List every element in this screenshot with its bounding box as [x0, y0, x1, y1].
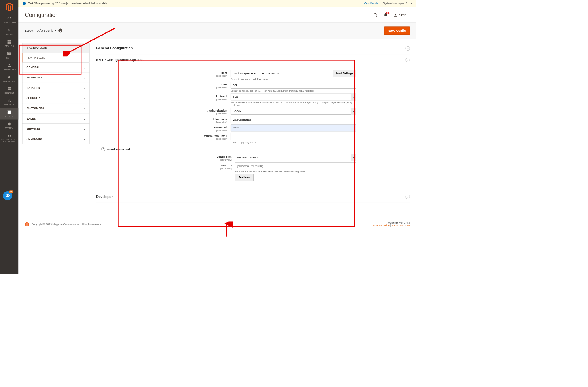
config-nav-security[interactable]: SECURITY⌄: [23, 93, 89, 103]
reports-icon: [7, 98, 12, 103]
nav-system[interactable]: SYSTEM: [0, 120, 18, 131]
nav-label: DASHBOARD: [3, 22, 16, 24]
scope-label: Scope:: [25, 29, 33, 32]
system-messages-label: System Messages: 6: [383, 2, 407, 5]
nav-marketing[interactable]: MARKETING: [0, 73, 18, 84]
chevron-down-icon[interactable]: ▼: [410, 2, 412, 5]
stores-icon: [7, 110, 12, 115]
chevron-down-icon: ⌄: [83, 117, 86, 120]
nav-label: CONTENT: [4, 92, 14, 94]
chevron-down-icon: ⌄: [83, 107, 86, 110]
notifications-button[interactable]: 1: [383, 13, 388, 17]
system-message-bar: i Task "Rule processing: 2": 1 item(s) h…: [18, 0, 417, 7]
partners-icon: [7, 133, 12, 138]
annotation-highlight-form: [118, 60, 355, 227]
section-general-config[interactable]: General Configuration ⌄: [96, 43, 410, 55]
graduation-icon: [5, 193, 10, 198]
customers-icon: [7, 63, 12, 68]
privacy-link[interactable]: Privacy Policy: [373, 224, 390, 227]
config-nav-services[interactable]: SERVICES⌄: [23, 124, 89, 134]
nav-label: CATALOG: [5, 45, 14, 47]
chevron-down-icon: ▼: [408, 14, 410, 16]
dollar-icon: $: [7, 28, 12, 33]
chevron-down-icon: ⌄: [83, 97, 86, 100]
nav-label: REPORTS: [4, 104, 14, 106]
collapse-icon: ⌄: [406, 58, 410, 62]
message-text: Task "Rule processing: 2": 1 item(s) hav…: [28, 2, 108, 5]
config-nav-catalog[interactable]: CATALOG⌄: [23, 83, 89, 93]
chevron-down-icon: ▼: [55, 29, 56, 32]
nav-stores[interactable]: STORES: [0, 108, 18, 119]
nav-label: FIND PARTNERS & EXTENSIONS: [0, 139, 18, 142]
page-header: Configuration 1 admin ▼: [18, 7, 417, 22]
config-nav-customers[interactable]: CUSTOMERS⌄: [23, 103, 89, 113]
svg-point-3: [374, 13, 376, 16]
nav-content[interactable]: CONTENT: [0, 84, 18, 96]
magento-logo-icon: [5, 2, 14, 12]
nav-customers[interactable]: CUSTOMERS: [0, 61, 18, 72]
admin-name: admin: [399, 13, 406, 17]
chevron-down-icon: ⌄: [83, 76, 86, 79]
chevron-down-icon: ⌄: [83, 66, 86, 69]
magento-logo-icon: [25, 222, 29, 226]
nav-smtp[interactable]: SMTP: [0, 49, 18, 61]
svg-line-4: [376, 16, 377, 17]
expand-icon: ⌄: [406, 46, 410, 51]
nav-label: SALES: [6, 33, 13, 36]
scope-bar: Scope: Default Config ▼ ? Save Config: [18, 22, 417, 39]
page-title: Configuration: [25, 12, 58, 18]
view-details-link[interactable]: View Details: [364, 2, 378, 5]
config-nav-sales[interactable]: SALES⌄: [23, 113, 89, 123]
chevron-down-icon: ⌄: [83, 137, 86, 140]
admin-sidebar: DASHBOARD $ SALES CATALOG SMTP CUSTOMERS…: [0, 0, 18, 274]
config-nav-advanced[interactable]: ADVANCED⌄: [23, 134, 89, 144]
nav-dashboard[interactable]: DASHBOARD: [0, 14, 18, 25]
admin-account-dropdown[interactable]: admin ▼: [394, 13, 410, 17]
nav-label: SMTP: [6, 57, 12, 59]
smtp-icon: [7, 51, 12, 56]
expand-icon: ⌄: [406, 195, 410, 199]
user-icon: [394, 13, 398, 17]
scope-help-icon[interactable]: ?: [58, 28, 62, 32]
notifications-count: 1: [386, 12, 389, 14]
chevron-down-icon: ⌄: [83, 86, 86, 89]
nav-reports[interactable]: REPORTS: [0, 96, 18, 108]
chevron-down-icon: ⌄: [83, 127, 86, 130]
save-config-button[interactable]: Save Config: [384, 26, 410, 35]
info-icon: i: [23, 2, 26, 5]
content-icon: [7, 86, 12, 91]
nav-label: STORES: [5, 116, 13, 118]
help-badge-count: 66: [9, 190, 13, 193]
nav-catalog[interactable]: CATALOG: [0, 37, 18, 49]
svg-text:$: $: [8, 28, 10, 32]
catalog-icon: [7, 40, 12, 44]
nav-label: SYSTEM: [5, 127, 13, 129]
report-issue-link[interactable]: Report an Issue: [392, 224, 410, 227]
nav-sales[interactable]: $ SALES: [0, 26, 18, 37]
nav-partners[interactable]: FIND PARTNERS & EXTENSIONS: [0, 131, 18, 145]
marketing-icon: [7, 75, 12, 80]
scope-selector[interactable]: Default Config ▼: [37, 29, 56, 32]
nav-label: CUSTOMERS: [3, 69, 16, 71]
nav-label: MARKETING: [3, 80, 15, 82]
system-icon: [7, 122, 12, 127]
search-icon[interactable]: [373, 13, 378, 17]
svg-text:i: i: [24, 2, 24, 5]
help-badge[interactable]: 66: [3, 191, 12, 200]
annotation-highlight-nav: [19, 45, 81, 75]
collapse-icon: ⌃: [101, 147, 105, 151]
chevron-up-icon: ⌃: [83, 47, 86, 50]
copyright-text: Copyright © 2023 Magento Commerce Inc. A…: [32, 223, 103, 226]
dashboard-icon: [7, 16, 12, 21]
